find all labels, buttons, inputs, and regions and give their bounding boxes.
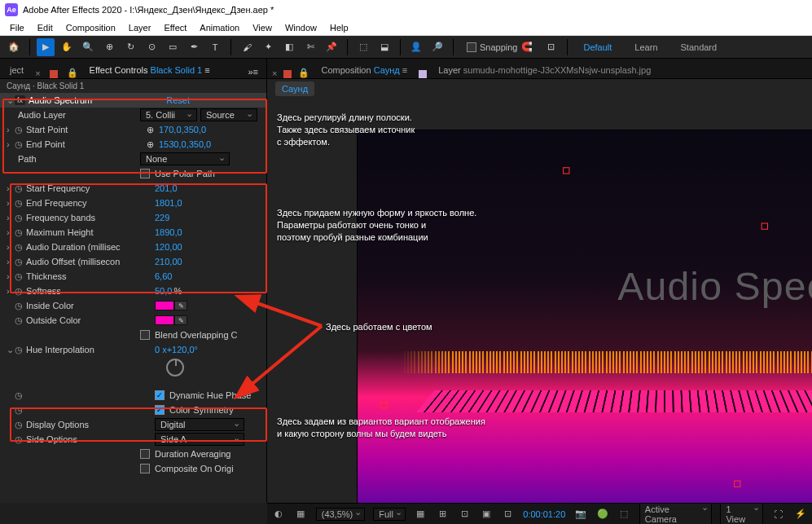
fast-icon[interactable]: ⚡ xyxy=(793,509,807,519)
zoom-dropdown[interactable]: (43,5%) xyxy=(316,508,366,521)
menu-effect[interactable]: Effect xyxy=(157,23,193,33)
workspace-default[interactable]: Default xyxy=(574,42,622,52)
tab-project[interactable]: ject xyxy=(5,62,29,78)
pin-tool[interactable]: 📌 xyxy=(323,38,340,56)
search-icon[interactable]: 🔎 xyxy=(428,38,446,56)
param-hue-interp[interactable]: ⌄◷Hue Interpolation0 x+120,0° xyxy=(0,342,266,357)
param-inside-color[interactable]: ◷Inside Color✎ xyxy=(0,298,266,313)
annotation-text: Здесь регулируй длину полоски.Также здес… xyxy=(277,112,415,148)
camera-dropdown[interactable]: Active Camera xyxy=(639,503,713,525)
stopwatch-icon[interactable]: ◷ xyxy=(15,125,26,135)
transparency-icon[interactable]: ▣ xyxy=(480,509,494,519)
menu-composition[interactable]: Composition xyxy=(59,23,122,33)
text-tool[interactable]: T xyxy=(206,38,224,56)
param-end-point[interactable]: ›◷ End Point ⊕ 1530,0,350,0 xyxy=(0,137,266,152)
3d-icon[interactable]: ⬚ xyxy=(617,509,631,519)
pen-tool[interactable]: ✒ xyxy=(185,38,203,56)
roto-tool[interactable]: ✄ xyxy=(301,38,319,56)
param-dur-avg[interactable]: Duration Averaging xyxy=(0,447,266,461)
alpha-icon[interactable]: ▦ xyxy=(294,509,308,519)
menu-window[interactable]: Window xyxy=(279,23,323,33)
eraser-tool[interactable]: ◧ xyxy=(280,38,298,56)
snap-opt-icon[interactable]: ⊡ xyxy=(542,38,560,56)
orbit-tool[interactable]: ⊕ xyxy=(100,38,118,56)
selection-tool[interactable]: ▶ xyxy=(37,38,55,56)
param-max-height[interactable]: ›◷Maximum Height1890,0 xyxy=(0,225,266,240)
color-icon[interactable]: 🟢 xyxy=(595,509,609,519)
snapshot-icon[interactable]: 📷 xyxy=(573,509,587,519)
menu-edit[interactable]: Edit xyxy=(31,23,59,33)
anchor-tool[interactable]: ⊙ xyxy=(143,38,160,56)
composition-viewer[interactable]: Audio Spectru Unsplash / sound: Collin J… xyxy=(267,99,812,503)
axis2-icon[interactable]: ⬓ xyxy=(375,38,393,56)
param-use-polar[interactable]: Use Polar Path xyxy=(0,166,266,181)
menu-view[interactable]: View xyxy=(246,23,279,33)
preview-image xyxy=(358,130,812,503)
tab-effect-controls[interactable]: Effect Controls Black Solid 1 ≡ xyxy=(85,62,215,78)
param-side-opts[interactable]: ◷Side OptionsSide A xyxy=(0,432,266,447)
guides-icon[interactable]: ⊡ xyxy=(458,509,472,519)
menu-file[interactable]: File xyxy=(3,23,31,33)
snapping-toggle[interactable]: Snapping 🧲 xyxy=(460,42,539,52)
expand-icon[interactable]: ⛶ xyxy=(771,509,785,519)
app-logo: Ae xyxy=(5,3,18,16)
param-audio-layer[interactable]: Audio Layer 5. Collii Source xyxy=(0,108,266,122)
viewer-footer: ◐ ▦ (43,5%) Full ▦ ⊞ ⊡ ▣ ⊡ 0:00:01:20 📷 … xyxy=(267,503,812,524)
timecode[interactable]: 0:00:01:20 xyxy=(523,509,565,519)
workspace-learn[interactable]: Learn xyxy=(625,42,667,52)
rect-tool[interactable]: ▭ xyxy=(164,38,182,56)
user-icon[interactable]: 👤 xyxy=(407,38,425,56)
zoom-tool[interactable]: 🔍 xyxy=(79,38,97,56)
snapping-checkbox[interactable] xyxy=(467,42,476,52)
param-thickness[interactable]: ›◷Thickness6,60 xyxy=(0,269,266,284)
menu-layer[interactable]: Layer xyxy=(122,23,158,33)
grid-icon[interactable]: ▦ xyxy=(414,509,428,519)
param-dynamic-hue[interactable]: ◷Dynamic Hue Phase xyxy=(0,388,266,403)
home-icon[interactable]: 🏠 xyxy=(5,38,23,56)
resolution-dropdown[interactable]: Full xyxy=(373,508,406,521)
param-start-freq[interactable]: ›◷Start Frequency201,0 xyxy=(0,181,266,196)
eyedropper-icon[interactable]: ✎ xyxy=(174,301,187,310)
lock-icon[interactable]: 🔒 xyxy=(298,68,309,78)
param-softness[interactable]: ›◷Softness50,0% xyxy=(0,284,266,298)
param-display-opts[interactable]: ◷Display OptionsDigital xyxy=(0,417,266,432)
menu-help[interactable]: Help xyxy=(323,23,355,33)
preview-keyboard xyxy=(416,390,812,412)
param-outside-color[interactable]: ◷Outside Color✎ xyxy=(0,313,266,328)
panel-menu-icon[interactable]: »≡ xyxy=(244,65,261,78)
param-audio-dur[interactable]: ›◷Audio Duration (millisec120,00 xyxy=(0,240,266,254)
eyedropper-icon[interactable]: ✎ xyxy=(174,315,187,325)
annotation-text: Здесь работаем с цветом xyxy=(326,321,432,333)
hue-dial[interactable] xyxy=(166,359,184,376)
axis-icon[interactable]: ⬚ xyxy=(354,38,372,56)
effect-header[interactable]: ⌄fx Audio Spectrum Reset xyxy=(0,93,266,108)
hand-tool[interactable]: ✋ xyxy=(58,38,76,56)
crosshair-icon[interactable]: ⊕ xyxy=(142,125,159,135)
param-blend-overlap[interactable]: Blend Overlapping C xyxy=(0,328,266,342)
param-comp-orig[interactable]: Composite On Origi xyxy=(0,461,266,476)
param-end-freq[interactable]: ›◷End Frequency1801,0 xyxy=(0,196,266,210)
brush-tool[interactable]: 🖌 xyxy=(238,38,256,56)
window-titlebar: Ae Adobe After Effects 2020 - I:\Яндекс_… xyxy=(0,0,812,20)
lock-icon[interactable]: 🔒 xyxy=(67,68,78,78)
region-icon[interactable]: ⊡ xyxy=(501,509,515,519)
window-title: Adobe After Effects 2020 - I:\Яндекс_Дзе… xyxy=(23,5,274,15)
mask-icon[interactable]: ◐ xyxy=(272,509,286,519)
views-dropdown[interactable]: 1 View xyxy=(720,503,763,525)
param-color-sym[interactable]: ◷Color Symmetry xyxy=(0,403,266,417)
param-start-point[interactable]: ›◷ Start Point ⊕ 170,0,350,0 xyxy=(0,122,266,137)
menu-animation[interactable]: Animation xyxy=(193,23,246,33)
magnet-icon: 🧲 xyxy=(521,42,533,52)
tab-layer[interactable]: Layer sumudu-mohottige-J3cXXMsNsjw-unspl… xyxy=(433,62,656,78)
rotate-tool[interactable]: ↻ xyxy=(121,38,139,56)
workspace-standard[interactable]: Standard xyxy=(671,42,727,52)
param-freq-bands[interactable]: ›◷Frequency bands229 xyxy=(0,210,266,225)
crosshair-icon[interactable]: ⊕ xyxy=(142,139,159,150)
channel-icon[interactable]: ⊞ xyxy=(436,509,450,519)
layer-swatch-icon xyxy=(419,70,427,78)
param-path[interactable]: Path None xyxy=(0,152,266,166)
param-audio-off[interactable]: ›◷Audio Offset (millisecon210,00 xyxy=(0,254,266,269)
clone-tool[interactable]: ✦ xyxy=(259,38,277,56)
tab-composition[interactable]: Composition Саунд ≡ xyxy=(316,62,412,78)
stopwatch-icon[interactable]: ◷ xyxy=(15,139,26,150)
